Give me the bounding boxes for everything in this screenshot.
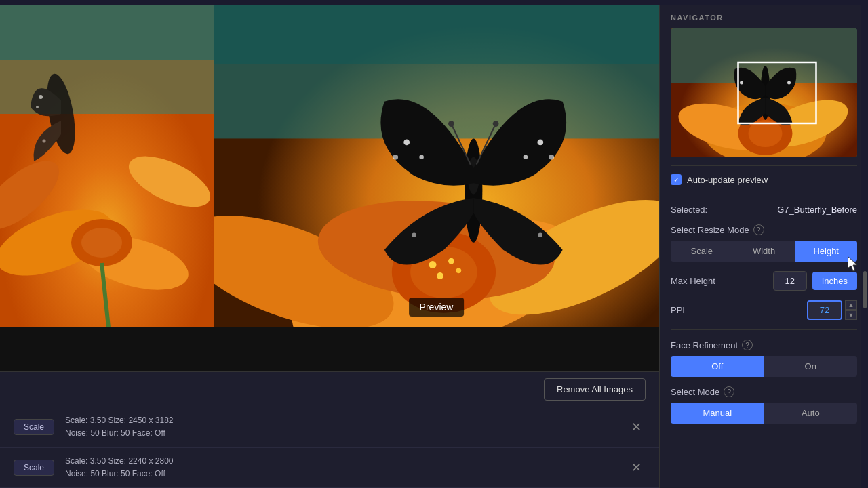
- face-refinement-section: Face Refinement ? Off On: [671, 340, 857, 377]
- auto-update-checkbox[interactable]: [671, 174, 682, 185]
- max-height-input[interactable]: [773, 271, 807, 291]
- svg-point-25: [437, 272, 443, 279]
- svg-point-33: [524, 155, 528, 160]
- face-refinement-label-row: Face Refinement ?: [671, 340, 857, 350]
- svg-rect-9: [0, 5, 214, 60]
- auto-update-label: Auto-update preview: [687, 175, 768, 185]
- scrollbar-thumb[interactable]: [863, 271, 867, 308]
- selected-value: G7_Butterfly_Before: [777, 205, 857, 215]
- image-info-line2-1: Noise: 50 Blur: 50 Face: Off: [65, 427, 616, 440]
- ppi-decrement-button[interactable]: ▼: [845, 310, 857, 320]
- before-image: [0, 5, 214, 327]
- ppi-arrows: ▲ ▼: [845, 300, 857, 320]
- navigator-section: NAVIGATOR: [660, 5, 868, 165]
- select-mode-manual-button[interactable]: Manual: [671, 403, 764, 424]
- image-info-line1-2: Scale: 3.50 Size: 2240 x 2800: [65, 455, 616, 468]
- face-refinement-on-button[interactable]: On: [764, 356, 858, 377]
- image-info-line1-1: Scale: 3.50 Size: 2450 x 3182: [65, 414, 616, 427]
- max-height-input-group: Inches: [773, 271, 857, 291]
- remove-image-2-button[interactable]: ✕: [627, 458, 646, 477]
- resize-mode-label-row: Select Resize Mode ?: [671, 224, 857, 235]
- ppi-increment-button[interactable]: ▲: [845, 300, 857, 310]
- resize-mode-height-button[interactable]: Height: [795, 241, 857, 262]
- resize-mode-scale-button[interactable]: Scale: [671, 241, 733, 262]
- svg-point-13: [43, 140, 46, 143]
- navigator-title: NAVIGATOR: [671, 14, 857, 22]
- left-panel: Preview Remove All Images Scale Scale: 3…: [0, 5, 659, 488]
- preview-label: Preview: [409, 298, 465, 317]
- divider-2: [671, 195, 857, 195]
- select-mode-label: Select Mode: [671, 387, 719, 397]
- select-mode-auto-button[interactable]: Auto: [764, 403, 858, 424]
- scale-badge-1: Scale: [14, 419, 54, 435]
- svg-point-49: [740, 81, 743, 85]
- after-image: Preview: [214, 5, 659, 327]
- table-row: Scale Scale: 3.50 Size: 2450 x 3182 Nois…: [0, 407, 659, 447]
- select-mode-group: Manual Auto: [671, 403, 857, 424]
- remove-all-images-button[interactable]: Remove All Images: [544, 378, 646, 401]
- face-refinement-label: Face Refinement: [671, 340, 738, 350]
- svg-point-40: [493, 121, 499, 127]
- scrollbar-track: [861, 5, 868, 488]
- image-info-1: Scale: 3.50 Size: 2450 x 3182 Noise: 50 …: [65, 414, 616, 440]
- resize-mode-label: Select Resize Mode: [671, 225, 749, 235]
- selected-label: Selected:: [671, 205, 707, 215]
- ppi-row: PPI ▲ ▼: [671, 300, 857, 320]
- image-info-2: Scale: 3.50 Size: 2240 x 2800 Noise: 50 …: [65, 455, 616, 481]
- bottom-actions-bar: Remove All Images: [0, 371, 659, 407]
- max-height-label: Max Height: [671, 276, 715, 286]
- svg-point-24: [448, 258, 454, 264]
- auto-update-row: Auto-update preview: [671, 174, 857, 185]
- svg-point-39: [448, 121, 454, 127]
- svg-point-11: [39, 95, 43, 99]
- ppi-input-wrapper: ▲ ▼: [807, 300, 857, 320]
- max-height-row: Max Height Inches: [671, 271, 857, 291]
- select-mode-label-row: Select Mode ?: [671, 386, 857, 397]
- scale-badge-2: Scale: [14, 460, 54, 476]
- resize-mode-group: Scale Width Height: [671, 241, 857, 262]
- svg-point-29: [403, 140, 410, 146]
- resize-mode-width-button[interactable]: Width: [733, 241, 795, 262]
- svg-point-30: [419, 155, 424, 160]
- navigator-thumbnail: [671, 28, 857, 157]
- image-preview-area: Preview: [0, 5, 659, 371]
- face-refinement-group: Off On: [671, 356, 857, 377]
- resize-mode-section: Select Resize Mode ? Scale Width Height: [671, 224, 857, 262]
- right-panel: NAVIGATOR: [659, 5, 868, 488]
- image-list: Scale Scale: 3.50 Size: 2450 x 3182 Nois…: [0, 407, 659, 488]
- svg-point-36: [538, 233, 543, 238]
- remove-image-1-button[interactable]: ✕: [627, 418, 646, 436]
- face-refinement-off-button[interactable]: Off: [671, 356, 764, 377]
- divider-3: [671, 329, 857, 330]
- svg-point-31: [393, 155, 398, 160]
- select-mode-help-icon[interactable]: ?: [724, 386, 734, 397]
- svg-point-23: [429, 261, 437, 268]
- settings-section: Auto-update preview Selected: G7_Butterf…: [660, 166, 868, 432]
- resize-mode-help-icon[interactable]: ?: [753, 224, 764, 235]
- svg-point-35: [412, 233, 416, 238]
- svg-rect-16: [214, 5, 659, 64]
- unit-button[interactable]: Inches: [812, 272, 857, 290]
- image-info-line2-2: Noise: 50 Blur: 50 Face: Off: [65, 468, 616, 481]
- svg-point-50: [787, 81, 791, 85]
- face-refinement-help-icon[interactable]: ?: [742, 340, 753, 350]
- svg-point-34: [549, 155, 554, 160]
- svg-point-32: [537, 140, 543, 146]
- svg-point-26: [456, 268, 462, 274]
- selected-row: Selected: G7_Butterfly_Before: [671, 205, 857, 215]
- svg-point-12: [36, 106, 39, 108]
- svg-point-6: [81, 228, 122, 258]
- table-row: Scale Scale: 3.50 Size: 2240 x 2800 Nois…: [0, 448, 659, 488]
- ppi-input[interactable]: [807, 300, 842, 320]
- ppi-label: PPI: [671, 305, 685, 315]
- select-mode-section: Select Mode ? Manual Auto: [671, 386, 857, 424]
